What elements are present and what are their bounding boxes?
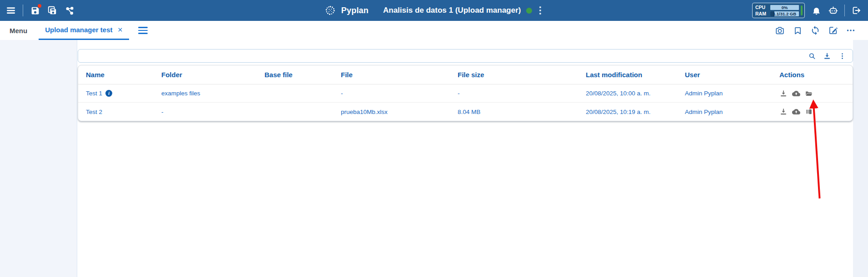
cell-file-size: - bbox=[450, 90, 578, 97]
save-all-icon[interactable] bbox=[47, 5, 58, 16]
row-name-text: Test 1 bbox=[86, 90, 102, 97]
logout-icon[interactable] bbox=[851, 5, 862, 16]
topbar-title-group: Pyplan Analisis de datos 1 (Upload manag… bbox=[325, 0, 543, 21]
tab-list-icon[interactable] bbox=[136, 25, 150, 36]
cell-last-modification: 20/08/2025, 10:00 a. m. bbox=[578, 90, 677, 97]
ram-usage-row: RAM 1.1/31.2 GB bbox=[755, 11, 799, 16]
cpu-usage-bar: 0% bbox=[770, 5, 799, 10]
tab-label: Upload manager test bbox=[45, 26, 112, 34]
kebab-menu-icon[interactable] bbox=[838, 52, 846, 60]
more-horizontal-icon[interactable] bbox=[846, 25, 856, 35]
cell-name: Test 1 i bbox=[78, 90, 154, 97]
table-row[interactable]: Test 1 i examples files - - 20/08/2025, … bbox=[78, 84, 853, 103]
main-pane: Name Folder Base file File File size Las… bbox=[77, 40, 853, 277]
open-folder-icon[interactable] bbox=[805, 89, 813, 98]
model-status-dot bbox=[526, 8, 532, 14]
info-icon[interactable]: i bbox=[105, 90, 112, 97]
assistant-bot-icon[interactable] bbox=[828, 5, 838, 16]
left-sidebar-panel bbox=[0, 40, 77, 277]
content-area: Name Folder Base file File File size Las… bbox=[0, 40, 868, 277]
cell-user: Admin Pyplan bbox=[677, 90, 772, 97]
refresh-icon[interactable] bbox=[810, 25, 820, 35]
table-header-row: Name Folder Base file File File size Las… bbox=[78, 65, 853, 84]
column-header-file[interactable]: File bbox=[333, 71, 450, 79]
cell-file-size: 8.04 MB bbox=[450, 109, 578, 115]
column-header-folder[interactable]: Folder bbox=[154, 71, 257, 79]
view-toolbar bbox=[775, 25, 868, 35]
column-header-file-size[interactable]: File size bbox=[450, 71, 578, 79]
cell-folder: - bbox=[154, 109, 257, 115]
bookmark-icon[interactable] bbox=[793, 25, 803, 35]
right-gutter-panel bbox=[853, 40, 868, 277]
cell-user: Admin Pyplan bbox=[677, 109, 772, 115]
column-header-actions: Actions bbox=[772, 71, 853, 79]
save-icon[interactable] bbox=[30, 5, 40, 16]
table-row[interactable]: Test 2 - prueba10Mb.xlsx 8.04 MB 20/08/2… bbox=[78, 103, 853, 121]
cell-actions bbox=[772, 108, 853, 116]
tab-close-icon[interactable] bbox=[117, 27, 124, 33]
tab-bar: Menu Upload manager test bbox=[0, 21, 868, 40]
cpu-usage-row: CPU 0% bbox=[755, 5, 799, 10]
menu-nav-label[interactable]: Menu bbox=[10, 27, 27, 35]
menu-icon[interactable] bbox=[5, 5, 16, 16]
edit-icon[interactable] bbox=[828, 25, 838, 35]
column-header-base-file[interactable]: Base file bbox=[257, 71, 333, 79]
cell-file: - bbox=[333, 90, 450, 97]
unsaved-changes-badge bbox=[38, 4, 41, 8]
system-resources-panel: CPU 0% RAM 1.1/31.2 GB bbox=[752, 3, 805, 18]
cell-name: Test 2 bbox=[78, 109, 154, 115]
download-icon[interactable] bbox=[779, 89, 788, 98]
topbar-right-actions: CPU 0% RAM 1.1/31.2 GB bbox=[752, 3, 868, 18]
share-nodes-icon[interactable] bbox=[64, 5, 75, 16]
cloud-upload-icon[interactable] bbox=[792, 89, 800, 98]
topbar-divider bbox=[23, 5, 23, 16]
search-icon[interactable] bbox=[808, 52, 816, 60]
topbar-divider bbox=[844, 5, 845, 16]
notifications-bell-icon[interactable] bbox=[811, 5, 822, 16]
pyplan-logo-icon bbox=[325, 5, 336, 16]
upload-manager-table: Name Folder Base file File File size Las… bbox=[78, 65, 853, 121]
page-title: Analisis de datos 1 (Upload manager) bbox=[383, 6, 521, 15]
grid-toolbar bbox=[78, 49, 853, 63]
topbar-left-actions bbox=[0, 5, 75, 16]
column-header-user[interactable]: User bbox=[677, 71, 772, 79]
title-kebab-menu-icon[interactable] bbox=[538, 5, 543, 15]
cpu-usage-value: 0% bbox=[770, 5, 799, 10]
cell-last-modification: 20/08/2025, 10:19 a. m. bbox=[578, 109, 677, 115]
ram-usage-bar: 1.1/31.2 GB bbox=[770, 11, 799, 16]
cpu-label: CPU bbox=[755, 5, 768, 10]
column-header-last-modification[interactable]: Last modification bbox=[578, 71, 677, 79]
screenshot-camera-icon[interactable] bbox=[775, 25, 785, 35]
cloud-upload-icon[interactable] bbox=[792, 108, 800, 116]
ram-label: RAM bbox=[755, 11, 768, 16]
cell-actions bbox=[772, 89, 853, 98]
download-icon[interactable] bbox=[823, 52, 831, 60]
row-name-text: Test 2 bbox=[86, 109, 102, 115]
tab-upload-manager-test[interactable]: Upload manager test bbox=[39, 21, 129, 40]
brand-name: Pyplan bbox=[341, 6, 369, 15]
ram-usage-value: 1.1/31.2 GB bbox=[770, 11, 799, 16]
column-header-name[interactable]: Name bbox=[78, 71, 154, 79]
top-app-bar: Pyplan Analisis de datos 1 (Upload manag… bbox=[0, 0, 868, 21]
cell-file: prueba10Mb.xlsx bbox=[333, 109, 450, 115]
download-icon[interactable] bbox=[779, 108, 788, 116]
columns-view-icon[interactable] bbox=[805, 108, 813, 116]
cell-folder: examples files bbox=[154, 90, 257, 97]
health-indicator-bar bbox=[801, 5, 803, 15]
